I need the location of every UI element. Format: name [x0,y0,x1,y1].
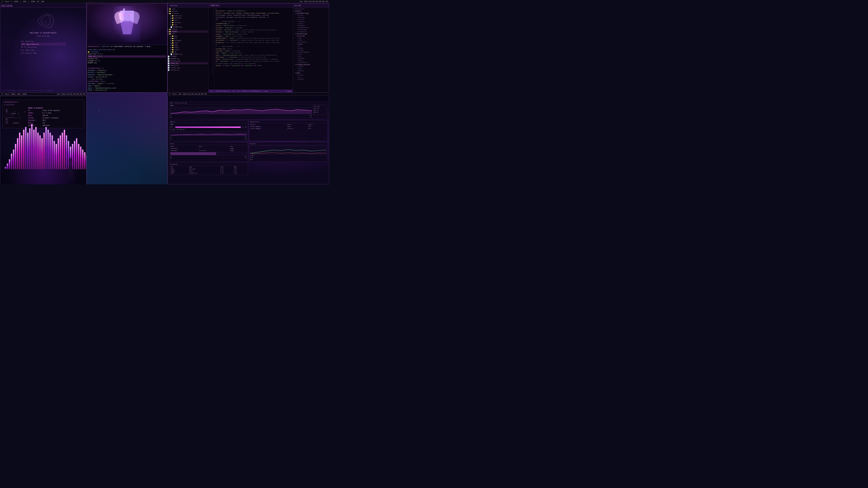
menu-search[interactable]: [o] [Search] [21,40,66,43]
sym-wmtype[interactable]: ○wmType [293,47,329,49]
viz-bar-15 [35,127,37,169]
term-file-license[interactable]: LICENSE34.2 K [88,60,166,62]
tree-worklab[interactable]: ▶ 📁 worklab [168,22,208,24]
tree-pkgs[interactable]: ▶ 📁 pkgs [168,44,208,46]
browser-profile: Tech Profile [37,35,50,37]
term-file-readme[interactable]: README.org [88,62,166,64]
tree-readme-root[interactable]: 📄 README.org [168,58,208,60]
tree-hardware[interactable]: ▶ 📁 hardware [168,39,208,42]
sym-wm[interactable]: ○wm [293,45,329,47]
proc-row-1: 2528 Hyprland 0.31 0.4% [170,168,247,170]
sym-dotfilesdir2[interactable]: ○dotfilesDir [293,41,329,43]
viz-bar-3 [11,154,12,169]
sym-bootmode[interactable]: ○bootMode [293,25,329,27]
conf-8: username = "emmet"; # username [88,83,166,85]
sym-pkgs[interactable]: ▼pkgs [293,72,329,74]
sym-locale[interactable]: ○locale [293,23,329,25]
sym-bootmountpath[interactable]: ○bootMountPath [293,27,329,29]
sym-description[interactable]: ○description [293,8,329,10]
sym-grubdevice[interactable]: ○grubDevice [293,31,329,33]
tree-bin[interactable]: ▶ 📁 bin [168,37,208,39]
disks-table: Mount Path Size /dev/dm-0 / 504GB /dev/d… [170,145,247,152]
tree-lang[interactable]: ▶ 📁 lang [168,42,208,44]
sym-editor[interactable]: ○editor [293,59,329,61]
sym-systemsettings[interactable]: ▼systemSettings [293,12,329,14]
tree-work[interactable]: ▶ 📁 work [168,19,208,22]
sym-usersettings[interactable]: ▼userSettings [293,33,329,35]
editor-tabs: flake.nix [209,4,293,7]
tree-wm[interactable]: ▶ 📁 wm [168,51,208,53]
tree-wsl[interactable]: ▶ 📁 wsl [168,24,208,26]
tree-patches[interactable]: ▶ 📁 patches [168,10,208,12]
proc-table: PID Name CPU% MEM% 2528 Hyprland 0.31 0.… [170,166,247,174]
tree-harden[interactable]: 📄 harden.sh [168,64,208,67]
sym-browser[interactable]: ○browser [293,49,329,51]
sym-hostname[interactable]: ○hostname [293,17,329,19]
sym-pkgs-patches[interactable]: ○patches [293,78,329,80]
term-file-installorg[interactable]: install.org [88,58,166,60]
menu-closetab[interactable]: [x] [Close tab] [21,52,66,55]
sym-spawneditor[interactable]: ○spawnEditor [293,61,329,64]
sym-theme[interactable]: ●theme [293,43,329,45]
term-cmd: emmet@snowfire .dotfiles/ cd /home/emmet… [88,46,166,48]
file-terminal: emmet@snowfire .dotfiles/ cd /home/emmet… [87,44,167,92]
sym-fontpkg[interactable]: ○fontPkg [293,57,329,59]
sym-outputs[interactable]: ▼outputs [293,10,329,12]
tree-app[interactable]: ▶ 📁 app [168,35,208,37]
cl-27: email = "emmet@librephoenix.com"; # emai… [216,54,292,56]
sym-term[interactable]: ○term [293,53,329,55]
tree-install-org[interactable]: 📄 install.org [168,67,208,69]
sym-name[interactable]: ○name [293,37,329,39]
proc-col-cpu: CPU% [220,166,233,168]
menu-newtab[interactable]: [t] [New tab] [21,48,66,52]
viz-bar-36 [78,144,79,169]
tree-readme-profiles[interactable]: 📄 README.org [168,26,208,28]
sym-email[interactable]: ○email [293,39,329,41]
mem-graph [170,131,247,136]
nf-userhost: emmet @ snowfire [28,107,83,109]
browser-tab-active[interactable]: Tech Profile [1,4,12,6]
tab-flake-nix[interactable]: flake.nix [209,4,220,7]
tree-shell[interactable]: ▶ 📁 shell [168,46,208,48]
code-content[interactable]: { description = "Flake of LibrePhoenix";… [215,7,293,90]
sym-np-system[interactable]: ○system [293,66,329,68]
tree-homelab[interactable]: ▶ 📁 home.lab [168,15,208,17]
term-file-nix[interactable]: flake.nix2.26 K [88,55,166,58]
tree-user[interactable]: ▼ 📁 user [168,33,208,35]
sym-profile[interactable]: ○profile [293,19,329,21]
filetree-content: ▶ 📁 .git ▶ 📁 patches ▼ 📁 profiles ▶ 📁 ho… [168,7,208,72]
q3-inner: .dotfiles ▶ 📁 .git ▶ 📁 patches ▼ 📁 profi… [168,4,329,92]
sym-pkgs-system[interactable]: ○system [293,74,329,76]
tree-license[interactable]: 📄 LICENSE [168,55,208,58]
viz-bar-20 [45,127,47,169]
tree-readme-user[interactable]: 📄 README.org [168,53,208,55]
menu-history[interactable]: [$ h] [History] [21,46,66,48]
term-file-1[interactable]: 📁 .dotfiles/ [88,51,166,53]
tree-install-sh[interactable]: 📄 install.sh [168,69,208,71]
tree-git[interactable]: ▶ 📁 .git [168,8,208,10]
sym-dotfilesdir1[interactable]: ○dotfilesDir [293,29,329,31]
term-file-lock[interactable]: flake.lock27.5 K [88,53,166,55]
tree-personal[interactable]: ▶ 📁 personal [168,17,208,19]
sym-np-patches[interactable]: ○patches [293,70,329,72]
sym-font[interactable]: ○font [293,55,329,57]
tree-profiles[interactable]: ▼ 📁 profiles [168,12,208,15]
tree-themes[interactable]: ▶ 📁 themes [168,31,208,33]
file-tree: .dotfiles ▶ 📁 .git ▶ 📁 patches ▼ 📁 profi… [168,4,209,92]
tree-flake-nix[interactable]: 📄 flake.nix [168,62,208,64]
sym-username[interactable]: ●username [293,35,329,37]
sym-nixpkgs-patched[interactable]: ▼nixpkgs-patched [293,64,329,66]
menu-quickmarks[interactable]: [b] [Quickmarks] [21,43,66,46]
tree-style[interactable]: ▶ 📁 style [168,48,208,51]
viz-bar-13 [31,124,33,169]
sym-system[interactable]: ○system [293,14,329,17]
disk-mount-2: /dev/dm-0 [170,150,198,152]
sym-np-name[interactable]: ○name [293,68,329,70]
tree-system[interactable]: ▶ 📁 system [168,28,208,31]
sym-pkgs-src[interactable]: ○src [293,76,329,78]
sym-defaultroamdir[interactable]: ○defaultRoamDir [293,51,329,53]
tree-desktop-png[interactable]: 📄 desktop.png [168,60,208,62]
viz-bar-17 [39,135,41,169]
conf-3: profile = "personal"; [88,72,166,74]
sym-timezone[interactable]: ○timezone [293,21,329,23]
